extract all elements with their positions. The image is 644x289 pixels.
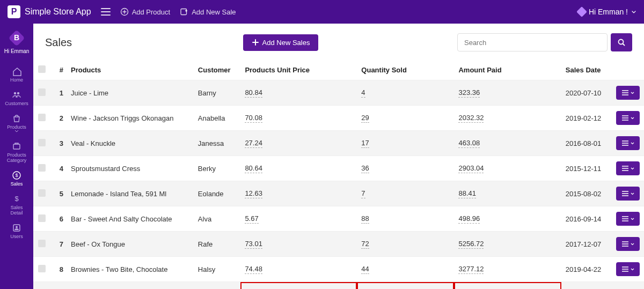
row-qty: 44 — [357, 257, 454, 282]
row-amount: 323.36 — [454, 80, 561, 106]
table-row: 4Sproutsmustard CressBerky80.64362903.04… — [33, 156, 644, 181]
topbar: P Simple Store App Add Product Add New S… — [0, 0, 644, 24]
table-row: 1Juice - LimeBarny80.844323.362020-07-10 — [33, 80, 644, 106]
home-icon — [12, 66, 21, 76]
row-checkbox[interactable] — [38, 214, 46, 222]
row-actions-button[interactable] — [616, 212, 640, 226]
sidebar-item-sales-detail[interactable]: $SalesDetail — [5, 190, 28, 219]
row-actions-button[interactable] — [616, 262, 640, 276]
svg-point-5 — [17, 92, 19, 94]
sidebar-item-sales[interactable]: $Sales — [5, 166, 28, 190]
add-new-sales-button[interactable]: Add New Sales — [243, 34, 319, 51]
row-actions-button[interactable] — [616, 86, 640, 100]
page-title: Sales — [45, 36, 72, 49]
col-qty[interactable]: Quantity Sold — [357, 60, 454, 80]
row-product: Bar - Sweet And Salty Chocolate — [67, 206, 194, 232]
row-index: 5 — [50, 181, 67, 206]
hamburger-icon — [101, 8, 111, 16]
row-unitprice: 27.24 — [240, 131, 357, 156]
row-checkbox[interactable] — [38, 189, 46, 197]
svg-text:B: B — [14, 33, 19, 42]
products-category-icon — [12, 142, 21, 151]
row-index: 6 — [50, 206, 67, 232]
caret-down-icon — [631, 142, 634, 145]
svg-rect-1 — [181, 9, 187, 15]
row-amount: 498.96 — [454, 206, 561, 232]
row-actions-button[interactable] — [616, 237, 640, 251]
caret-down-icon — [631, 9, 636, 14]
row-actions-button[interactable] — [616, 111, 640, 125]
list-icon — [621, 166, 629, 171]
row-actions-button[interactable] — [616, 187, 640, 201]
add-product-label: Add Product — [132, 8, 171, 16]
sidebar-item-customers[interactable]: Customers — [5, 86, 28, 109]
page-header: Sales Add New Sales — [33, 24, 644, 60]
add-new-sale-label: Add New Sale — [192, 8, 236, 16]
add-product-link[interactable]: Add Product — [120, 8, 171, 16]
row-actions-button[interactable] — [616, 136, 640, 150]
sales-table: # Products Customer Products Unit Price … — [33, 60, 644, 289]
user-menu[interactable]: Hi Emman ! — [578, 8, 636, 16]
row-amount: 2032.32 — [454, 106, 561, 131]
table-row: 3Veal - KnuckleJanessa27.2417463.082016-… — [33, 131, 644, 156]
sales-icon: $ — [12, 171, 21, 180]
row-index: 2 — [50, 106, 67, 131]
caret-down-icon — [631, 242, 634, 246]
user-avatar-icon — [576, 6, 587, 17]
plus-icon — [252, 39, 259, 46]
col-idx: # — [50, 60, 67, 80]
row-product: Beef - Ox Tongue — [67, 232, 194, 257]
row-unitprice: 80.64 — [240, 156, 357, 181]
col-product[interactable]: Products — [67, 60, 194, 80]
sidebar-item-products[interactable]: Products — [5, 109, 28, 137]
search-input[interactable] — [457, 33, 608, 51]
summary-avg: Avg Products Price = $53.07 — [240, 282, 357, 290]
row-checkbox[interactable] — [38, 114, 46, 121]
col-date[interactable]: Sales Date — [561, 60, 612, 80]
row-unitprice: 80.84 — [240, 80, 357, 106]
caret-down-icon — [631, 192, 634, 196]
row-qty: 36 — [357, 156, 454, 181]
row-checkbox[interactable] — [38, 240, 46, 247]
row-checkbox[interactable] — [38, 139, 46, 146]
menu-toggle[interactable] — [101, 8, 111, 16]
row-product: Veal - Knuckle — [67, 131, 194, 156]
add-new-sale-link[interactable]: Add New Sale — [180, 8, 236, 16]
products-icon — [12, 114, 21, 123]
row-customer: Rafe — [194, 232, 241, 257]
col-unitprice[interactable]: Products Unit Price — [240, 60, 357, 80]
col-customer[interactable]: Customer — [194, 60, 241, 80]
row-index: 3 — [50, 131, 67, 156]
sidebar-item-products-category[interactable]: ProductsCategory — [5, 137, 28, 166]
caret-down-icon — [631, 217, 634, 221]
row-unitprice: 5.67 — [240, 206, 357, 232]
sidebar-item-home[interactable]: Home — [5, 62, 28, 86]
col-amount[interactable]: Amount Paid — [454, 60, 561, 80]
row-customer: Berky — [194, 156, 241, 181]
row-checkbox[interactable] — [38, 265, 46, 272]
row-customer: Eolande — [194, 181, 241, 206]
table-row: 8Brownies - Two Bite, ChocolateHalsy74.4… — [33, 257, 644, 282]
row-checkbox[interactable] — [38, 88, 46, 96]
row-date: 2015-08-02 — [561, 181, 612, 206]
svg-text:$: $ — [14, 195, 19, 203]
row-product: Brownies - Two Bite, Chocolate — [67, 257, 194, 282]
sidebar-item-users[interactable]: Users — [5, 219, 28, 242]
table-row: 6Bar - Sweet And Salty ChocolateAlva5.67… — [33, 206, 644, 232]
row-date: 2019-02-12 — [561, 106, 612, 131]
row-product: Lemonade - Island Tea, 591 Ml — [67, 181, 194, 206]
row-unitprice: 73.01 — [240, 232, 357, 257]
plus-circle-icon — [120, 8, 129, 16]
user-greeting: Hi Emman ! — [589, 8, 628, 16]
select-all-checkbox[interactable] — [38, 65, 46, 73]
svg-point-4 — [14, 92, 16, 94]
row-customer: Halsy — [194, 257, 241, 282]
brand-logo: P — [8, 5, 20, 18]
row-actions-button[interactable] — [616, 161, 640, 175]
row-qty: 88 — [357, 206, 454, 232]
search-button[interactable] — [611, 33, 632, 51]
sidebar-brand-icon[interactable]: B Hi Emman — [0, 27, 33, 62]
row-checkbox[interactable] — [38, 164, 46, 172]
list-icon — [621, 90, 629, 95]
row-customer: Barny — [194, 80, 241, 106]
